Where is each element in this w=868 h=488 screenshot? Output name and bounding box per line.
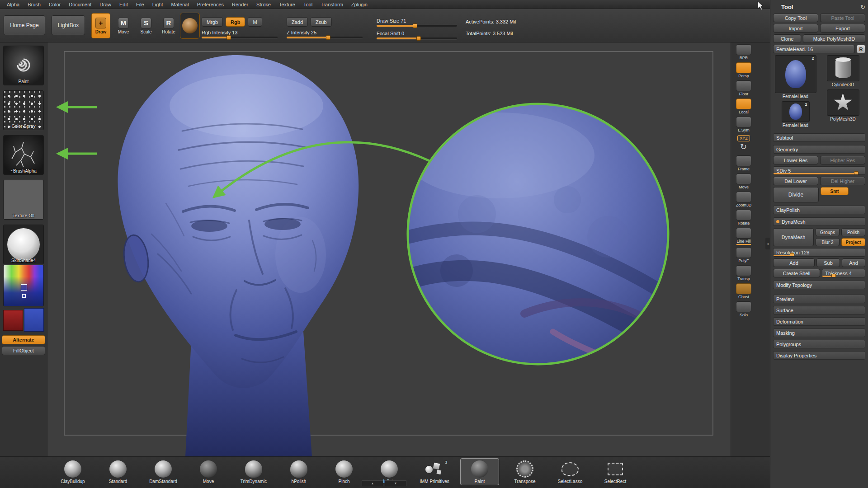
brush-item[interactable]: TrimDynamic — [234, 458, 273, 485]
canvas-control-button[interactable]: Transp — [736, 265, 751, 281]
sdiv-slider[interactable]: SDiv 5 — [773, 166, 865, 175]
canvas-control-button[interactable]: L.Sym — [736, 117, 751, 132]
paint-mode-button[interactable]: M — [248, 17, 262, 27]
canvas-control-button[interactable]: PolyF — [736, 247, 751, 263]
brush-item[interactable]: Transpose — [505, 458, 544, 485]
canvas-control-button[interactable] — [736, 144, 751, 153]
del-higher-button[interactable]: Del Higher — [820, 177, 865, 185]
restore-button[interactable]: R — [857, 45, 865, 53]
draw-size-slider[interactable]: Draw Size 71 — [377, 18, 457, 27]
transform-mode-button[interactable]: + Draw — [91, 13, 110, 38]
menu-item[interactable]: Material — [167, 0, 193, 9]
canvas-control-button[interactable]: Local — [736, 99, 751, 114]
modify-topology-section-header[interactable]: Modify Topology — [773, 281, 865, 289]
menu-item[interactable]: Document — [65, 0, 95, 9]
lightbox-button[interactable]: LightBox — [52, 15, 85, 35]
subtool-section-header[interactable]: Subtool — [773, 133, 865, 142]
tray-divider-handle[interactable] — [765, 238, 770, 249]
canvas-control-button[interactable]: Frame — [736, 155, 751, 171]
paint-mode-button[interactable]: Rgb — [226, 17, 245, 27]
transform-mode-button[interactable]: M Move — [114, 13, 133, 38]
fillobject-button[interactable]: FillObject — [2, 346, 45, 355]
paint-mode-button[interactable]: Mrgb — [202, 17, 223, 27]
blur-slider[interactable]: Blur 2 — [816, 238, 840, 246]
polish-toggle[interactable]: Polish — [841, 228, 865, 236]
brush-item[interactable]: 3 IMM Primitives — [415, 458, 454, 485]
menu-item[interactable]: File — [132, 0, 148, 9]
current-texture-thumb[interactable]: Texture Off — [3, 180, 44, 220]
canvas-control-button[interactable]: Solo — [736, 301, 751, 317]
current-material-slot[interactable] — [180, 13, 200, 39]
tool-section-header[interactable]: Preview — [773, 295, 865, 303]
resolution-slider[interactable]: Resolution 128 — [773, 248, 865, 257]
canvas-control-button[interactable]: BPR — [736, 44, 751, 60]
menu-item[interactable]: Brush — [24, 0, 45, 9]
brush-item[interactable]: Move — [189, 458, 228, 485]
project-toggle[interactable]: Project — [841, 238, 865, 246]
dynamesh-section-header[interactable]: DynaMesh — [773, 217, 865, 226]
brush-item[interactable]: SelectRect — [596, 458, 635, 485]
menu-item[interactable]: Stroke — [252, 0, 275, 9]
canvas-control-button[interactable]: Rotate — [736, 210, 751, 225]
canvas-control-button[interactable]: Ghost — [736, 283, 751, 299]
menu-item[interactable]: Tool — [299, 0, 316, 9]
secondary-color-swatch[interactable] — [3, 310, 23, 331]
divide-button[interactable]: Divide — [773, 187, 819, 202]
scroll-up-button[interactable] — [362, 480, 383, 486]
palette-collapse-icon[interactable] — [860, 4, 865, 10]
tool-section-header[interactable]: Display Properties — [773, 351, 865, 360]
menu-item[interactable]: Zplugin — [347, 0, 372, 9]
menu-item[interactable]: Preferences — [193, 0, 228, 9]
color-picker[interactable] — [3, 265, 44, 306]
dynamesh-button[interactable]: DynaMesh — [773, 228, 814, 246]
focal-shift-slider[interactable]: Focal Shift 0 — [377, 31, 457, 39]
alternate-button[interactable]: Alternate — [2, 335, 45, 344]
del-lower-button[interactable]: Del Lower — [773, 177, 818, 185]
scroll-down-button[interactable] — [385, 480, 406, 486]
sub-toggle[interactable]: Sub — [816, 258, 840, 267]
current-material-thumb[interactable]: SkinShade4 — [3, 225, 44, 264]
tool-thumb-polymesh3d[interactable] — [827, 89, 859, 116]
main-color-swatch[interactable] — [24, 308, 44, 332]
sculpt-mode-button[interactable]: Zadd — [287, 17, 308, 27]
and-toggle[interactable]: And — [842, 258, 865, 267]
menu-item[interactable]: Render — [228, 0, 252, 9]
current-stroke-thumb[interactable]: Color Spray — [3, 90, 44, 130]
menu-item[interactable]: Edit — [115, 0, 132, 9]
menu-item[interactable]: Draw — [95, 0, 115, 9]
import-button[interactable]: Import — [773, 24, 818, 33]
groups-toggle[interactable]: Groups — [816, 228, 840, 236]
brush-item[interactable]: Paint — [460, 458, 499, 485]
document-canvas[interactable] — [47, 42, 731, 456]
claypolish-section-header[interactable]: ClayPolish — [773, 206, 865, 214]
brush-item[interactable]: Pinch — [325, 458, 363, 485]
tool-thumb-femalehead-small[interactable]: 2 — [782, 101, 810, 122]
canvas-control-button[interactable]: Move — [736, 174, 751, 189]
canvas-control-button[interactable]: Persp — [736, 62, 751, 78]
geometry-section-header[interactable]: Geometry — [773, 145, 865, 154]
tool-section-header[interactable]: Polygroups — [773, 340, 865, 348]
transform-mode-button[interactable]: R Rotate — [159, 13, 178, 38]
menu-item[interactable]: Transform — [316, 0, 347, 9]
menu-item[interactable]: Texture — [275, 0, 299, 9]
brush-item[interactable]: SelectLasso — [551, 458, 590, 485]
clone-button[interactable]: Clone — [773, 34, 801, 43]
active-tool-name[interactable]: FemaleHead. 16 — [773, 45, 855, 53]
current-brush-thumb[interactable]: Paint — [3, 46, 44, 85]
export-button[interactable]: Export — [820, 24, 865, 33]
z-intensity-slider[interactable]: Z Intensity 25 — [287, 30, 363, 38]
canvas-control-button[interactable]: Zoom3D — [736, 192, 752, 207]
current-alpha-thumb[interactable]: ~BrushAlpha — [3, 135, 44, 175]
brush-item[interactable]: ClayBuildup — [53, 458, 92, 485]
rgb-intensity-slider[interactable]: Rgb Intensity 13 — [202, 30, 278, 38]
tool-section-header[interactable]: Surface — [773, 306, 865, 314]
paste-tool-button[interactable]: Paste Tool — [820, 14, 865, 22]
sculpt-mode-button[interactable]: Zsub — [311, 17, 331, 27]
transform-mode-button[interactable]: S Scale — [137, 13, 156, 38]
home-page-button[interactable]: Home Page — [4, 15, 45, 35]
brush-item[interactable]: DamStandard — [144, 458, 183, 485]
copy-tool-button[interactable]: Copy Tool — [773, 14, 818, 22]
smt-toggle[interactable]: Smt — [821, 187, 849, 195]
menu-item[interactable]: Color — [45, 0, 65, 9]
tool-thumb-femalehead-large[interactable]: 2 — [775, 55, 816, 93]
